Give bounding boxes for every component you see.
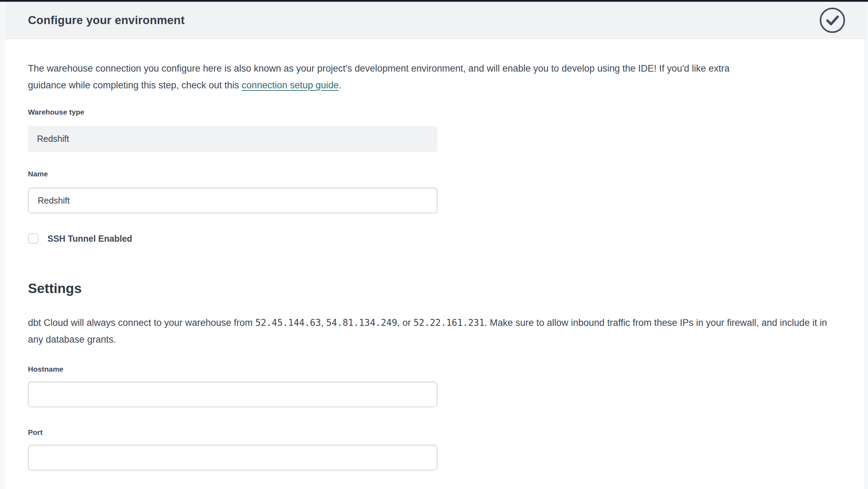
desc-sep2: , or — [397, 318, 414, 328]
intro-paragraph: The warehouse connection you configure h… — [28, 60, 827, 94]
intro-line1: The warehouse connection you configure h… — [28, 63, 729, 74]
card-header: Configure your environment — [5, 2, 865, 39]
card-body: The warehouse connection you configure h… — [5, 60, 865, 470]
desc-sep1: , — [321, 318, 326, 328]
desc-line2: any database grants. — [28, 334, 116, 345]
warehouse-type-value: Redshift — [37, 134, 69, 144]
port-label: Port — [28, 427, 842, 438]
hostname-input[interactable] — [28, 381, 437, 407]
port-input[interactable] — [28, 445, 437, 470]
ssh-tunnel-row: SSH Tunnel Enabled — [28, 233, 842, 244]
ip-address-1: 52.45.144.63 — [255, 318, 321, 328]
intro-line2: guidance while completing this step, che… — [28, 80, 242, 90]
warehouse-type-label: Warehouse type — [28, 107, 842, 117]
hostname-label: Hostname — [28, 364, 842, 374]
desc-before-ips: dbt Cloud will always connect to your wa… — [28, 318, 255, 328]
name-input[interactable] — [28, 188, 437, 213]
ip-address-2: 54.81.134.249 — [326, 318, 397, 328]
ip-address-3: 52.22.161.231 — [413, 318, 485, 328]
name-label: Name — [28, 169, 842, 179]
settings-description: dbt Cloud will always connect to your wa… — [28, 314, 831, 348]
connection-setup-guide-link[interactable]: connection setup guide — [242, 80, 339, 90]
scrollbar-track — [865, 2, 868, 489]
settings-heading: Settings — [28, 280, 842, 297]
warehouse-type-field: Redshift — [28, 126, 437, 152]
ssh-tunnel-label: SSH Tunnel Enabled — [47, 234, 132, 244]
desc-line1-end: . Make sure to allow inbound traffic fro… — [485, 318, 827, 328]
intro-after-link: . — [339, 80, 341, 90]
ssh-tunnel-checkbox[interactable] — [28, 233, 38, 244]
configure-environment-card: Configure your environment The warehouse… — [5, 2, 865, 489]
check-circle-icon — [819, 7, 846, 34]
page-title: Configure your environment — [28, 14, 819, 27]
